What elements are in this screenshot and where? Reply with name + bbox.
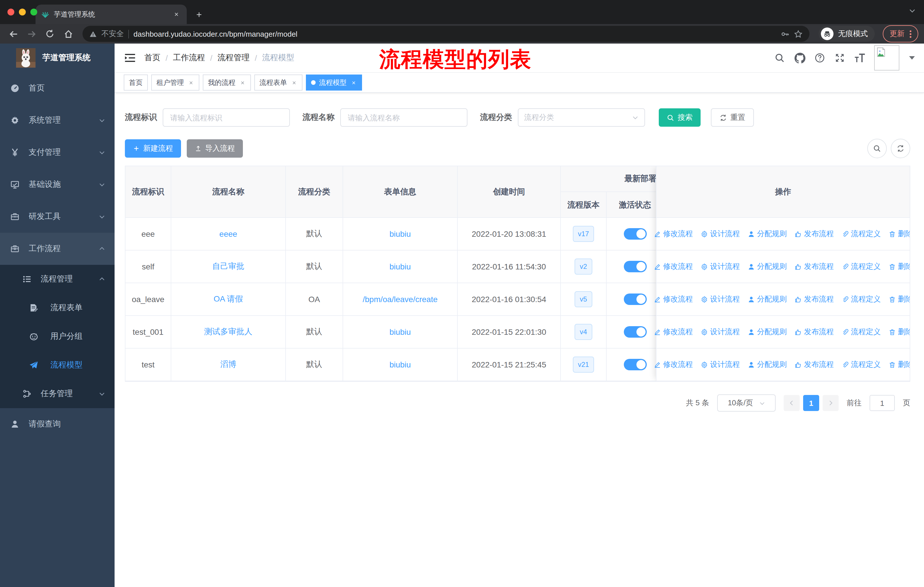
- action-modify-link[interactable]: 修改流程: [653, 327, 693, 337]
- action-design-link[interactable]: 设计流程: [700, 359, 740, 370]
- close-icon[interactable]: [290, 79, 297, 86]
- form-info-link[interactable]: biubiu: [389, 327, 411, 336]
- action-definition-link[interactable]: 流程定义: [841, 294, 881, 304]
- version-badge[interactable]: v21: [573, 357, 594, 373]
- tag-process-model[interactable]: 流程模型: [306, 74, 362, 91]
- goto-page-input[interactable]: [870, 395, 895, 411]
- prev-page-button[interactable]: [784, 395, 800, 411]
- process-name-input[interactable]: [340, 108, 467, 127]
- browser-tab[interactable]: 芋道管理系统: [36, 5, 187, 24]
- form-info-link[interactable]: biubiu: [389, 229, 411, 238]
- header-search-icon[interactable]: [774, 52, 785, 64]
- refresh-table-button[interactable]: [891, 139, 910, 158]
- action-assign-rule-link[interactable]: 分配规则: [747, 359, 787, 370]
- user-avatar[interactable]: [874, 45, 899, 71]
- breadcrumb-item[interactable]: 首页: [144, 53, 160, 63]
- action-assign-rule-link[interactable]: 分配规则: [747, 327, 787, 337]
- activation-toggle[interactable]: [624, 359, 647, 370]
- action-delete-link[interactable]: 删除: [888, 261, 910, 272]
- sidebar-item-process-model[interactable]: 流程模型: [0, 351, 115, 379]
- action-definition-link[interactable]: 流程定义: [841, 261, 881, 272]
- form-info-link[interactable]: biubiu: [389, 360, 411, 369]
- close-icon[interactable]: [239, 79, 246, 86]
- action-assign-rule-link[interactable]: 分配规则: [747, 294, 787, 304]
- sidebar-item-process-management[interactable]: 流程管理: [0, 265, 115, 293]
- version-badge[interactable]: v4: [574, 324, 592, 340]
- sidebar-item-infra[interactable]: 基础设施: [0, 169, 115, 201]
- minimize-window-button[interactable]: [19, 8, 26, 15]
- update-button[interactable]: 更新: [883, 25, 918, 42]
- text-size-icon[interactable]: [854, 52, 866, 64]
- avatar-caret-icon[interactable]: [909, 56, 915, 60]
- activation-toggle[interactable]: [624, 228, 647, 240]
- action-definition-link[interactable]: 流程定义: [841, 327, 881, 337]
- import-process-button[interactable]: 导入流程: [187, 139, 243, 158]
- sidebar-item-leave-query[interactable]: 请假查询: [0, 408, 115, 440]
- sidebar-item-payment[interactable]: 支付管理: [0, 136, 115, 169]
- version-badge[interactable]: v17: [573, 226, 594, 242]
- action-design-link[interactable]: 设计流程: [700, 327, 740, 337]
- action-publish-link[interactable]: 发布流程: [794, 359, 834, 370]
- create-process-button[interactable]: 新建流程: [125, 139, 181, 158]
- process-name-link[interactable]: 自己审批: [212, 261, 244, 272]
- close-icon[interactable]: [350, 79, 357, 86]
- action-publish-link[interactable]: 发布流程: [794, 327, 834, 337]
- reset-button[interactable]: 重置: [711, 108, 754, 127]
- maximize-window-button[interactable]: [30, 8, 37, 15]
- action-delete-link[interactable]: 删除: [888, 229, 910, 239]
- github-icon[interactable]: [794, 52, 805, 64]
- sidebar-item-process-form[interactable]: 流程表单: [0, 293, 115, 322]
- action-delete-link[interactable]: 删除: [888, 294, 910, 304]
- sidebar-item-task-management[interactable]: 任务管理: [0, 379, 115, 408]
- fullscreen-icon[interactable]: [834, 52, 845, 64]
- tag-home[interactable]: 首页: [124, 74, 148, 91]
- bookmark-star-icon[interactable]: [794, 30, 803, 38]
- breadcrumb-item[interactable]: 工作流程: [173, 53, 205, 63]
- action-definition-link[interactable]: 流程定义: [841, 359, 881, 370]
- category-select[interactable]: 流程分类: [518, 108, 645, 127]
- back-icon[interactable]: [6, 26, 21, 41]
- tag-my-process[interactable]: 我的流程: [203, 74, 251, 91]
- tab-close-icon[interactable]: [172, 10, 181, 19]
- activation-toggle[interactable]: [624, 293, 647, 305]
- browser-menu-icon[interactable]: [910, 30, 911, 38]
- process-name-link[interactable]: OA 请假: [214, 294, 243, 304]
- page-number-button[interactable]: 1: [803, 395, 819, 411]
- forward-icon[interactable]: [24, 26, 39, 41]
- action-delete-link[interactable]: 删除: [888, 359, 910, 370]
- action-publish-link[interactable]: 发布流程: [794, 229, 834, 239]
- search-button[interactable]: 搜索: [659, 108, 701, 127]
- sidebar-item-system[interactable]: 系统管理: [0, 104, 115, 136]
- action-definition-link[interactable]: 流程定义: [841, 229, 881, 239]
- key-icon[interactable]: [781, 30, 789, 38]
- process-name-link[interactable]: 滔博: [220, 359, 236, 370]
- sidebar-item-workflow[interactable]: 工作流程: [0, 233, 115, 265]
- sidebar-item-user-group[interactable]: 用户分组: [0, 322, 115, 351]
- new-tab-button[interactable]: [191, 7, 206, 22]
- form-info-link[interactable]: biubiu: [389, 262, 411, 271]
- action-delete-link[interactable]: 删除: [888, 327, 910, 337]
- tag-tenant[interactable]: 租户管理: [151, 74, 200, 91]
- address-bar[interactable]: 不安全 dashboard.yudao.iocoder.cn/bpm/manag…: [82, 26, 809, 42]
- action-modify-link[interactable]: 修改流程: [653, 229, 693, 239]
- reload-icon[interactable]: [42, 26, 57, 41]
- show-search-button[interactable]: [867, 139, 887, 158]
- close-window-button[interactable]: [7, 8, 14, 15]
- activation-toggle[interactable]: [624, 261, 647, 272]
- breadcrumb-item[interactable]: 流程管理: [218, 53, 250, 63]
- sidebar-logo[interactable]: 芋道管理系统: [0, 43, 115, 72]
- action-modify-link[interactable]: 修改流程: [653, 294, 693, 304]
- action-assign-rule-link[interactable]: 分配规则: [747, 261, 787, 272]
- action-modify-link[interactable]: 修改流程: [653, 359, 693, 370]
- action-publish-link[interactable]: 发布流程: [794, 261, 834, 272]
- action-design-link[interactable]: 设计流程: [700, 261, 740, 272]
- action-design-link[interactable]: 设计流程: [700, 294, 740, 304]
- version-badge[interactable]: v5: [574, 291, 592, 307]
- process-key-input[interactable]: [163, 108, 290, 127]
- form-info-link[interactable]: /bpm/oa/leave/create: [363, 294, 438, 304]
- action-modify-link[interactable]: 修改流程: [653, 261, 693, 272]
- next-page-button[interactable]: [823, 395, 839, 411]
- process-name-link[interactable]: 测试多审批人: [204, 327, 252, 337]
- activation-toggle[interactable]: [624, 326, 647, 337]
- help-icon[interactable]: [814, 52, 825, 64]
